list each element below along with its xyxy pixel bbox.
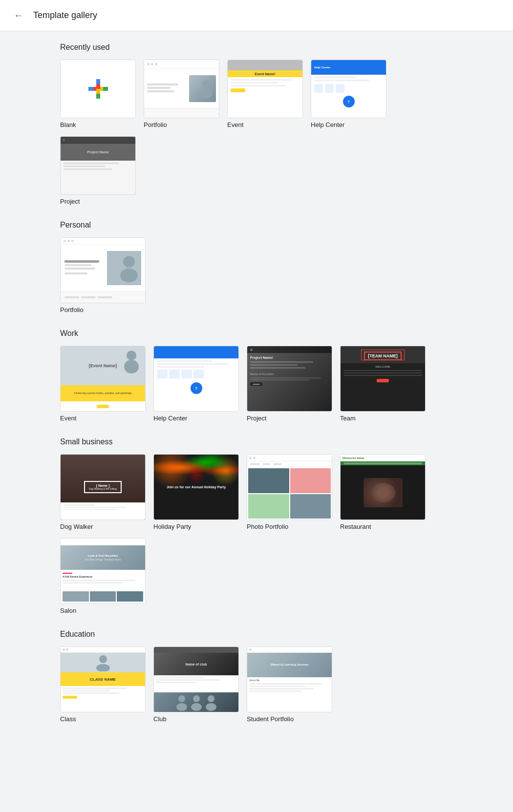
wh-box-4	[193, 370, 204, 378]
template-dog-walker[interactable]: [ Name ] Dog Walking & Pet Sitting Dog W…	[60, 454, 146, 530]
ppe-header	[61, 238, 145, 245]
project-img-area: Project Name	[61, 144, 135, 161]
wp-line-3	[250, 367, 305, 369]
template-thumb-photo-portfolio	[247, 454, 332, 520]
template-restaurant[interactable]: [Restaurant Name]	[340, 454, 426, 530]
wh-line-2	[157, 363, 228, 365]
wt-team-box: [TEAM NAME]	[361, 350, 405, 360]
rest-search-bar	[341, 461, 425, 465]
salon-gallery-img-3	[117, 591, 143, 602]
wh-circle-icon: ?	[191, 382, 202, 394]
portfolio-thumb-inner	[144, 60, 219, 118]
template-label-student-portfolio: Student Portfolio	[247, 715, 294, 723]
template-club[interactable]: Name of club	[153, 646, 239, 723]
we-img: [Event Name]	[61, 346, 145, 385]
template-thumb-project-work: Project Name! Mission of this project	[247, 346, 332, 412]
salon-body-title-text: A Full Service Experience	[63, 575, 143, 578]
student-title-text: [Name's] Learning Journey	[271, 663, 308, 667]
project-name-text: Project Name	[87, 150, 109, 154]
rest-name-text: [Restaurant Name]	[342, 457, 364, 459]
person-silhouette-icon	[189, 75, 216, 102]
student-body: About Me	[247, 677, 332, 712]
wh-boxes	[157, 370, 235, 378]
template-salon[interactable]: Look & Feel Beautiful The Best Strings, …	[60, 538, 146, 614]
template-project-work[interactable]: Project Name! Mission of this project	[247, 346, 332, 422]
salon-title-text: Look & Feel Beautiful	[85, 554, 121, 558]
template-label-holiday-party: Holiday Party	[153, 523, 191, 530]
event-thumb-inner: Event Name!	[228, 60, 302, 118]
template-help-recent[interactable]: Help Center	[311, 60, 386, 128]
template-label-portfolio-recent: Portfolio	[144, 121, 167, 128]
template-thumb-help-work: ?	[153, 346, 239, 412]
salon-text-line-1	[63, 580, 135, 581]
pp-nav	[247, 461, 332, 467]
salon-accent-line	[63, 573, 72, 574]
svg-point-1	[200, 89, 212, 99]
project-header	[61, 137, 135, 144]
class-thumb-inner: CLASS NAME	[61, 647, 145, 712]
rest-plate-icon	[371, 483, 395, 502]
template-label-portfolio-personal: Portfolio	[60, 306, 84, 313]
wt-cta-btn	[377, 379, 389, 382]
wh-circle-text: ?	[195, 386, 197, 391]
template-portfolio-recent[interactable]: Portfolio	[144, 60, 219, 128]
svg-point-10	[176, 703, 187, 711]
template-portfolio-personal[interactable]: Portfolio	[60, 237, 146, 313]
pp-cell-2	[290, 468, 331, 493]
we-body	[61, 401, 145, 411]
class-dot-1	[63, 648, 65, 651]
proj-dot-1	[63, 139, 65, 141]
work-project-thumb-inner: Project Name! Mission of this project	[247, 346, 332, 411]
club-name-text: Name of club	[186, 663, 207, 666]
template-event-recent[interactable]: Event Name! Event	[227, 60, 303, 128]
portfolio-thumb-body	[144, 69, 219, 108]
pt-dot-1	[147, 63, 150, 65]
wh-box-3	[181, 370, 192, 378]
svg-point-7	[99, 655, 107, 663]
template-team-work[interactable]: [TEAM NAME] WELCOME Team	[340, 346, 426, 422]
pp-nav-item-3	[273, 463, 282, 465]
dog-walker-thumb-inner: [ Name ] Dog Walking & Pet Sitting	[61, 455, 145, 520]
event-thumb-header: Event Name!	[228, 60, 302, 77]
wp-project-name-text: Project Name!	[250, 356, 329, 359]
work-event-thumb-inner: [Event Name] A three-day summit of talks…	[61, 346, 145, 411]
class-body-line-3	[63, 692, 119, 694]
template-thumb-team-work: [TEAM NAME] WELCOME	[340, 346, 426, 412]
salon-header	[61, 539, 145, 545]
template-project-recent[interactable]: Project Name Project	[60, 136, 136, 205]
section-title-work: Work	[60, 329, 453, 338]
template-photo-portfolio[interactable]: Photo Portfolio	[247, 454, 332, 530]
svg-point-9	[178, 695, 185, 702]
event-line-1	[231, 79, 293, 81]
ppe-dot-3	[71, 240, 74, 242]
template-label-dog-walker: Dog Walker	[60, 523, 93, 530]
template-holiday-party[interactable]: Join us for our Annual Holiday Party Hol…	[153, 454, 239, 530]
personal-portfolio-thumb-inner	[61, 238, 145, 303]
back-button[interactable]: ←	[12, 8, 25, 23]
salon-gallery-img-1	[63, 591, 89, 602]
project-line-3	[64, 168, 112, 170]
template-thumb-project-recent: Project Name	[60, 136, 136, 195]
education-grid: CLASS NAME Class	[60, 646, 453, 723]
pp-dot-2	[253, 457, 256, 459]
restaurant-thumb-inner: [Restaurant Name]	[341, 455, 425, 520]
svg-point-3	[123, 256, 135, 268]
help-bar-text: Help Center	[314, 66, 331, 69]
help-circle-icon: ?	[343, 96, 355, 107]
help-line-1	[314, 77, 356, 78]
template-class[interactable]: CLASS NAME Class	[60, 646, 146, 723]
wh-body: ?	[154, 358, 238, 411]
template-student-portfolio[interactable]: [Name's] Learning Journey About Me Stude…	[247, 646, 332, 723]
pp-nav-item-1	[250, 463, 260, 465]
club-hero-img: Name of club	[154, 653, 238, 675]
template-help-work[interactable]: ? Help Center	[153, 346, 239, 422]
work-help-thumb-inner: ?	[154, 346, 238, 411]
plus-icon	[88, 79, 108, 99]
blank-thumb-inner	[61, 60, 135, 118]
template-label-restaurant: Restaurant	[340, 523, 371, 530]
template-blank[interactable]: Blank	[60, 60, 136, 128]
wh-blue-bar	[154, 346, 238, 358]
template-event-work[interactable]: [Event Name] A three-day summit of talks…	[60, 346, 146, 422]
wp-dot	[250, 349, 253, 351]
pp-header	[247, 455, 332, 461]
